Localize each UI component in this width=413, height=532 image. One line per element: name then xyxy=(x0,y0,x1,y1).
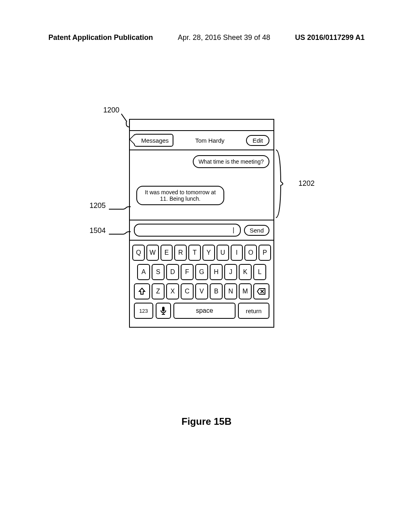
callout-1205-leader xyxy=(109,206,131,212)
key-l[interactable]: L xyxy=(253,264,266,280)
callout-1205: 1205 xyxy=(90,202,106,210)
callout-1504: 1504 xyxy=(90,227,106,235)
nav-bar: Messages Tom Hardy Edit xyxy=(130,131,273,150)
key-h[interactable]: H xyxy=(210,264,223,280)
figure-caption: Figure 15B xyxy=(0,416,413,427)
key-d[interactable]: D xyxy=(166,264,179,280)
key-mic[interactable] xyxy=(156,303,171,319)
key-b[interactable]: B xyxy=(210,283,223,299)
key-backspace[interactable] xyxy=(253,283,269,299)
key-y[interactable]: Y xyxy=(202,245,215,261)
key-s[interactable]: S xyxy=(152,264,165,280)
send-button[interactable]: Send xyxy=(244,225,269,236)
key-r[interactable]: R xyxy=(174,245,187,261)
nav-title: Tom Hardy xyxy=(173,137,246,144)
page-header: Patent Application Publication Apr. 28, … xyxy=(48,33,365,42)
device-frame: Messages Tom Hardy Edit What time is the… xyxy=(129,119,274,328)
key-space[interactable]: space xyxy=(173,303,236,319)
key-i[interactable]: I xyxy=(231,245,243,261)
callout-1504-leader xyxy=(109,231,131,237)
key-v[interactable]: V xyxy=(195,283,208,299)
conversation-area: What time is the meeting? It was moved t… xyxy=(130,150,273,220)
key-m[interactable]: M xyxy=(239,283,252,299)
key-w[interactable]: W xyxy=(146,245,159,261)
key-k[interactable]: K xyxy=(239,264,252,280)
key-c[interactable]: C xyxy=(181,283,194,299)
key-t[interactable]: T xyxy=(188,245,201,261)
keyboard-row-2: A S D F G H J K L xyxy=(132,264,271,280)
key-q[interactable]: Q xyxy=(132,245,145,261)
keyboard-row-4: 123 space return xyxy=(132,303,271,319)
backspace-icon xyxy=(257,288,266,295)
key-shift[interactable] xyxy=(134,283,150,299)
key-e[interactable]: E xyxy=(161,245,173,261)
compose-input[interactable]: | xyxy=(134,224,241,237)
key-j[interactable]: J xyxy=(224,264,237,280)
key-x[interactable]: X xyxy=(166,283,179,299)
key-g[interactable]: G xyxy=(195,264,208,280)
key-p[interactable]: P xyxy=(259,245,271,261)
key-z[interactable]: Z xyxy=(152,283,165,299)
callout-1202: 1202 xyxy=(298,179,315,188)
message-incoming: It was moved to tomorrow at 11. Being lu… xyxy=(136,186,224,205)
keyboard: Q W E R T Y U I O P A S D F G H J K L xyxy=(130,241,273,327)
callout-1200-leader xyxy=(121,114,127,122)
key-return[interactable]: return xyxy=(238,303,269,319)
status-bar xyxy=(130,120,273,131)
header-left: Patent Application Publication xyxy=(48,33,153,42)
mic-icon xyxy=(160,306,167,315)
callout-1200: 1200 xyxy=(103,106,119,114)
header-center: Apr. 28, 2016 Sheet 39 of 48 xyxy=(178,33,270,42)
message-outgoing: What time is the meeting? xyxy=(193,155,269,168)
key-o[interactable]: O xyxy=(244,245,257,261)
shift-icon xyxy=(138,287,146,295)
compose-cursor: | xyxy=(233,227,234,234)
key-u[interactable]: U xyxy=(217,245,229,261)
callout-1202-brace xyxy=(275,149,286,218)
edit-button[interactable]: Edit xyxy=(246,135,269,146)
key-numbers[interactable]: 123 xyxy=(134,303,153,319)
header-right: US 2016/0117299 A1 xyxy=(295,33,365,42)
key-n[interactable]: N xyxy=(224,283,237,299)
back-button-label: Messages xyxy=(141,137,169,144)
compose-bar: | Send xyxy=(130,220,273,241)
key-a[interactable]: A xyxy=(137,264,150,280)
keyboard-row-1: Q W E R T Y U I O P xyxy=(132,245,271,261)
back-button[interactable]: Messages xyxy=(134,134,173,147)
key-f[interactable]: F xyxy=(181,264,194,280)
svg-rect-0 xyxy=(162,307,165,312)
keyboard-row-3: Z X C V B N M xyxy=(132,283,271,299)
